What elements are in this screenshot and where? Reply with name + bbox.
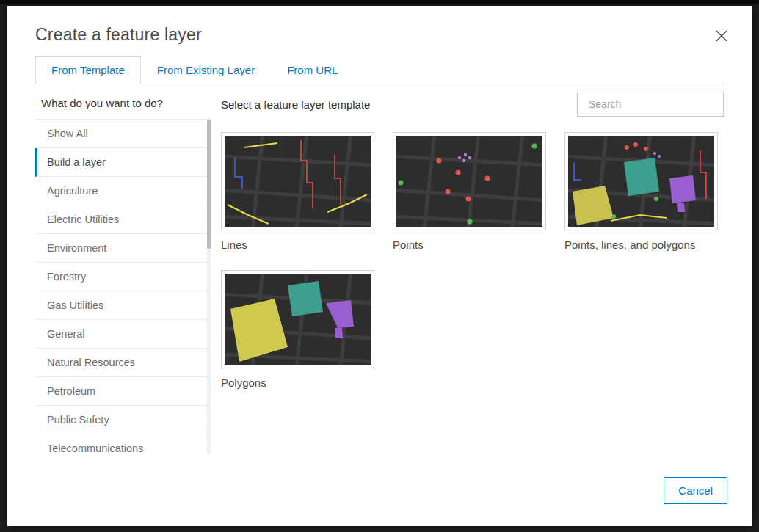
scrollbar[interactable] [207, 120, 211, 454]
template-card-label: Points [393, 238, 546, 251]
dialog-title: Create a feature layer [35, 25, 724, 45]
sidebar-item[interactable]: Petroleum [35, 377, 211, 406]
category-panel: What do you want to do? Show All Build a… [35, 84, 211, 454]
search-input[interactable] [589, 98, 722, 110]
sidebar-item[interactable]: Public Safety [35, 406, 211, 434]
sidebar-item[interactable]: Electric Utilities [35, 205, 211, 234]
template-panel: Select a feature layer template [211, 84, 724, 454]
dialog-content: What do you want to do? Show All Build a… [35, 84, 724, 454]
sidebar-item[interactable]: Agriculture [35, 177, 211, 205]
template-card-lines[interactable]: Lines [221, 132, 374, 251]
template-card-label: Polygons [221, 376, 374, 389]
template-card-points[interactable]: Points [393, 132, 546, 251]
template-card-points-lines-polygons[interactable]: Points, lines, and polygons [564, 132, 718, 251]
sidebar-item[interactable]: Natural Resources [35, 349, 211, 377]
sidebar-item[interactable]: Gas Utilities [35, 291, 211, 320]
create-feature-layer-dialog: Create a feature layer From Template Fro… [7, 6, 752, 526]
sidebar-item[interactable]: Show All [35, 120, 211, 148]
tab-from-url[interactable]: From URL [271, 56, 354, 84]
templates-heading: Select a feature layer template [221, 98, 370, 111]
polygons-thumbnail-icon [225, 274, 371, 365]
template-card-label: Lines [221, 238, 374, 251]
lines-thumbnail-icon [225, 136, 371, 227]
scrollbar-thumb[interactable] [207, 120, 211, 249]
template-panel-header: Select a feature layer template [221, 92, 724, 117]
sidebar-item[interactable]: Forestry [35, 263, 211, 291]
template-thumbnail [221, 270, 374, 368]
template-thumbnail [393, 132, 546, 230]
window-top-strip [0, 0, 759, 4]
search-box [577, 92, 724, 117]
template-grid: Lines [221, 132, 724, 389]
cancel-button[interactable]: Cancel [664, 477, 727, 504]
sidebar-item[interactable]: Build a layer [35, 148, 211, 177]
sidebar-heading: What do you want to do? [41, 97, 211, 109]
close-icon [716, 30, 727, 42]
tab-from-existing-layer[interactable]: From Existing Layer [141, 56, 271, 84]
points-lines-polygons-thumbnail-icon [568, 136, 714, 227]
template-card-polygons[interactable]: Polygons [221, 270, 374, 389]
points-thumbnail-icon [396, 136, 542, 227]
sidebar-item[interactable]: Environment [35, 234, 211, 263]
template-card-label: Points, lines, and polygons [564, 238, 718, 251]
close-button[interactable] [713, 28, 730, 44]
tab-from-template[interactable]: From Template [35, 56, 141, 84]
sidebar-item[interactable]: Telecommunications [35, 434, 211, 454]
tab-bar: From Template From Existing Layer From U… [35, 56, 724, 84]
category-list: Show All Build a layer Agriculture Elect… [35, 119, 211, 454]
template-thumbnail [564, 132, 718, 230]
template-thumbnail [221, 132, 374, 230]
sidebar-item[interactable]: General [35, 320, 211, 349]
